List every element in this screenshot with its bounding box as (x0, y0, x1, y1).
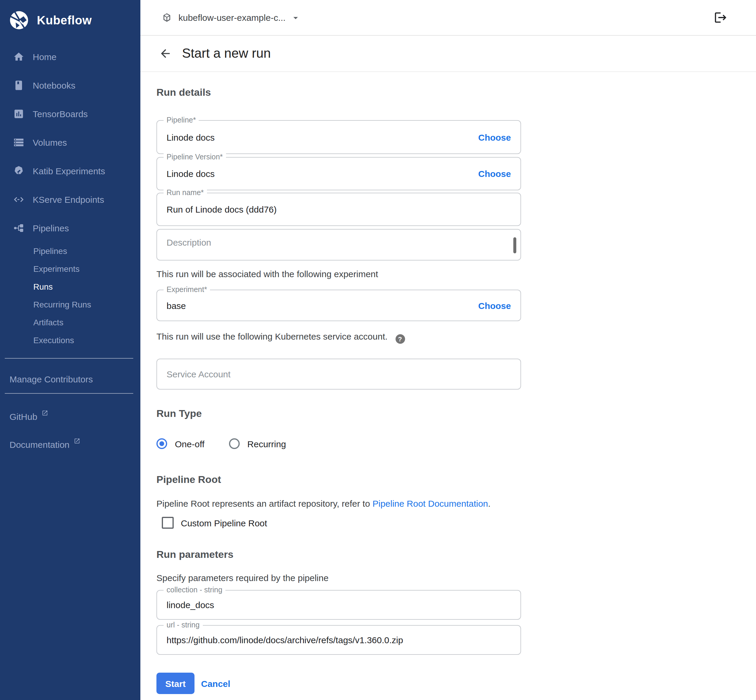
namespace-cube-icon (162, 12, 172, 23)
sidebar-item-label: Notebooks (33, 80, 75, 90)
pipeline-field[interactable]: Pipeline* Linode docs Choose (156, 120, 521, 154)
param-url-value: https://github.com/linode/docs/archive/r… (167, 635, 403, 645)
start-button[interactable]: Start (156, 673, 195, 694)
run-type-options: One-off Recurring (156, 438, 286, 449)
namespace-selector[interactable]: kubeflow-user-example-c... (162, 12, 301, 23)
run-name-field[interactable]: Run name* Run of Linode docs (ddd76) (156, 193, 521, 226)
section-run-details: Run details (156, 87, 211, 99)
sidebar-item-notebooks[interactable]: Notebooks (0, 71, 141, 99)
kserve-icon (13, 194, 24, 205)
one-off-radio[interactable] (156, 438, 167, 449)
app-logo[interactable]: Kubeflow (0, 0, 141, 33)
sidebar-item-label: TensorBoards (33, 109, 88, 119)
sidebar-divider (5, 393, 133, 394)
volumes-icon (13, 136, 24, 148)
external-link-icon (74, 438, 80, 444)
sidebar-subitem-artifacts[interactable]: Artifacts (0, 313, 141, 331)
description-placeholder: Description (167, 237, 211, 247)
sidebar-nav: Home Notebooks TensorBoards Volumes (0, 42, 141, 349)
kubeflow-start-new-run-page: Kubeflow Home Notebooks TensorBoards Vol… (0, 0, 756, 700)
pipeline-root-description: Pipeline Root represents an artifact rep… (156, 498, 490, 508)
namespace-label: kubeflow-user-example-c... (178, 12, 286, 23)
sidebar-item-kserve-endpoints[interactable]: KServe Endpoints (0, 185, 141, 214)
param-url-field[interactable]: url - string https://github.com/linode/d… (156, 625, 521, 655)
param-url-label: url - string (164, 621, 203, 629)
param-collection-field[interactable]: collection - string linode_docs (156, 590, 521, 620)
experiment-field-label: Experiment* (164, 286, 210, 294)
service-account-placeholder: Service Account (167, 369, 231, 379)
sidebar-item-label: KServe Endpoints (33, 194, 104, 204)
pipelines-icon (13, 222, 24, 233)
associated-experiment-text: This run will be associated with the fol… (156, 269, 378, 279)
custom-pipeline-root-row: Custom Pipeline Root (162, 517, 267, 529)
chevron-down-icon (290, 12, 301, 23)
sidebar-divider (5, 358, 133, 359)
katib-icon (13, 165, 24, 177)
sidebar-link-github[interactable]: GitHub (0, 412, 141, 422)
external-link-icon (41, 410, 48, 416)
pipeline-version-field-value: Linode docs (167, 169, 215, 179)
experiment-field[interactable]: Experiment* base Choose (156, 290, 521, 321)
sidebar-subitem-recurring-runs[interactable]: Recurring Runs (0, 295, 141, 313)
sidebar-item-pipelines[interactable]: Pipelines (0, 214, 141, 242)
param-collection-value: linode_docs (167, 600, 214, 610)
pipeline-version-field-label: Pipeline Version* (164, 153, 226, 161)
sidebar-item-label: Pipelines (33, 223, 69, 233)
app-title: Kubeflow (37, 13, 92, 27)
description-field[interactable]: Description (156, 229, 521, 261)
sidebar-item-tensorboards[interactable]: TensorBoards (0, 99, 141, 128)
top-app-bar: kubeflow-user-example-c... (141, 0, 756, 36)
pipeline-choose-button[interactable]: Choose (478, 132, 511, 142)
experiment-choose-button[interactable]: Choose (478, 300, 511, 311)
help-icon[interactable]: ? (395, 334, 405, 344)
sidebar-subitem-runs[interactable]: Runs (0, 278, 141, 295)
sidebar-item-label: Volumes (33, 137, 67, 147)
sidebar-item-katib-experiments[interactable]: Katib Experiments (0, 156, 141, 185)
service-account-field[interactable]: Service Account (156, 359, 521, 389)
run-name-field-value: Run of Linode docs (ddd76) (167, 204, 276, 214)
pipeline-version-field[interactable]: Pipeline Version* Linode docs Choose (156, 157, 521, 190)
pipeline-field-label: Pipeline* (164, 116, 199, 124)
recurring-label: Recurring (247, 439, 286, 449)
section-run-parameters: Run parameters (156, 549, 233, 561)
sidebar-subitem-executions[interactable]: Executions (0, 331, 141, 349)
sidebar-link-documentation[interactable]: Documentation (0, 439, 141, 450)
sidebar-subitem-experiments[interactable]: Experiments (0, 260, 141, 278)
sidebar-item-home[interactable]: Home (0, 42, 141, 71)
sidebar-subitem-pipelines[interactable]: Pipelines (0, 242, 141, 260)
pipeline-version-choose-button[interactable]: Choose (478, 169, 511, 179)
run-name-field-label: Run name* (164, 189, 207, 197)
service-account-text: This run will use the following Kubernet… (156, 331, 405, 344)
custom-pipeline-root-label: Custom Pipeline Root (181, 518, 267, 528)
sidebar-item-label: Katib Experiments (33, 166, 105, 176)
description-scrollbar-thumb[interactable] (513, 237, 516, 253)
kubeflow-logo-icon (8, 9, 30, 31)
sidebar: Kubeflow Home Notebooks TensorBoards Vol… (0, 0, 141, 700)
custom-pipeline-root-checkbox[interactable] (162, 517, 174, 529)
main-content: Start a new run Run details Pipeline* Li… (141, 36, 756, 700)
sidebar-item-volumes[interactable]: Volumes (0, 128, 141, 156)
sidebar-item-manage-contributors[interactable]: Manage Contributors (0, 374, 141, 384)
param-collection-label: collection - string (164, 586, 225, 594)
experiment-field-value: base (167, 300, 186, 311)
sidebar-item-label: Home (33, 52, 56, 62)
notebook-icon (13, 80, 24, 91)
home-icon (13, 51, 24, 62)
one-off-label: One-off (175, 439, 205, 449)
section-run-type: Run Type (156, 408, 201, 420)
section-pipeline-root: Pipeline Root (156, 474, 221, 486)
run-form: Run details Pipeline* Linode docs Choose… (141, 36, 756, 700)
logout-icon[interactable] (714, 11, 728, 24)
run-parameters-subtext: Specify parameters required by the pipel… (156, 573, 329, 583)
recurring-radio[interactable] (229, 438, 240, 449)
tensorboard-icon (13, 108, 24, 119)
pipeline-field-value: Linode docs (167, 132, 215, 142)
pipeline-root-doc-link[interactable]: Pipeline Root Documentation (372, 498, 488, 508)
cancel-button[interactable]: Cancel (201, 678, 230, 689)
